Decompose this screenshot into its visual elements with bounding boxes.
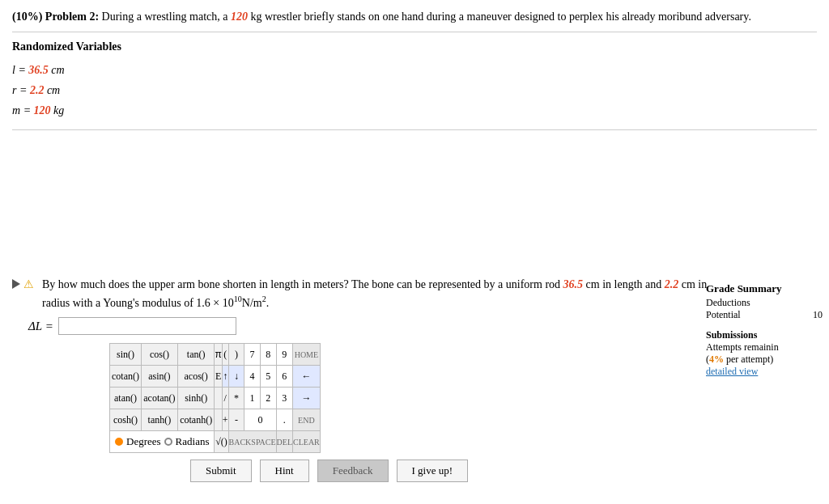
- close-paren-button[interactable]: ): [229, 344, 244, 365]
- calc-cell-zero: 0: [244, 409, 276, 431]
- calc-cell-cosh: cosh(): [110, 409, 142, 431]
- eight-button[interactable]: 8: [261, 344, 276, 365]
- sqrt-button[interactable]: √(): [215, 431, 227, 452]
- asin-button[interactable]: asin(): [142, 366, 177, 387]
- problem-number: Problem 2:: [45, 11, 99, 23]
- slash-button[interactable]: /: [223, 388, 228, 409]
- calc-cell-back-arrow: ←: [293, 366, 321, 388]
- calc-cell-tanh: tanh(): [141, 409, 177, 431]
- zero-button[interactable]: 0: [244, 409, 275, 430]
- calc-cell-sin: sin(): [110, 344, 142, 366]
- calc-cell-right-arrow: →: [293, 388, 321, 409]
- tanh-button[interactable]: tanh(): [142, 409, 177, 430]
- minus-button[interactable]: -: [229, 409, 244, 430]
- calc-row-5: Degrees Radians √() BACKSPACE DE: [110, 431, 321, 453]
- problem-header: (10%) Problem 2: During a wrestling matc…: [12, 8, 817, 32]
- action-buttons: Submit Hint Feedback I give up!: [190, 460, 817, 482]
- calc-cell-acotan: acotan(): [141, 388, 177, 409]
- calc-cell-backspace: BACKSPACE: [228, 431, 276, 453]
- give-up-button[interactable]: I give up!: [397, 460, 469, 482]
- back-arrow-button[interactable]: ←: [293, 366, 320, 387]
- four-button[interactable]: 4: [244, 366, 260, 387]
- right-arrow-button[interactable]: →: [293, 388, 320, 409]
- calc-row-1: sin() cos() tan() π ( ) 7 8 9 HOME: [110, 344, 321, 366]
- three-button[interactable]: 3: [277, 388, 292, 409]
- end-button[interactable]: END: [293, 409, 320, 430]
- problem-description: During a wrestling match, a: [102, 11, 231, 23]
- acos-button[interactable]: acos(): [178, 366, 215, 387]
- clear-button[interactable]: CLEAR: [293, 431, 320, 452]
- empty2-button[interactable]: [215, 409, 221, 430]
- grade-summary-title: Grade Summary: [706, 282, 823, 295]
- deductions-row: Deductions: [706, 297, 823, 309]
- hint-button[interactable]: Hint: [260, 460, 309, 482]
- six-button[interactable]: 6: [277, 366, 292, 387]
- atan-button[interactable]: atan(): [110, 388, 141, 409]
- calc-cell-plus: +: [222, 409, 228, 431]
- submit-button[interactable]: Submit: [190, 460, 252, 482]
- problem-weight: (10%): [12, 11, 42, 23]
- var-m-unit: kg: [51, 104, 65, 116]
- calc-cell-sqrt: √(): [215, 431, 228, 453]
- calc-cell-8: 8: [260, 344, 276, 366]
- nine-button[interactable]: 9: [277, 344, 292, 365]
- open-paren-button[interactable]: (: [223, 344, 228, 365]
- del-button[interactable]: DEL: [277, 431, 292, 452]
- calculator-container: sin() cos() tan() π ( ) 7 8 9 HOME cotan…: [109, 343, 530, 453]
- feedback-button[interactable]: Feedback: [317, 460, 389, 482]
- pi-button[interactable]: π: [215, 344, 221, 365]
- detailed-view-link[interactable]: detailed view: [706, 366, 758, 377]
- dot-button[interactable]: .: [277, 409, 292, 430]
- backspace-button[interactable]: BACKSPACE: [229, 431, 276, 452]
- degrees-radio[interactable]: [115, 438, 123, 446]
- radians-radio[interactable]: [164, 438, 172, 446]
- degrees-label: Degrees: [126, 435, 161, 448]
- deduction-pct: 4%: [709, 354, 724, 365]
- calc-cell-pi: π: [215, 344, 222, 366]
- one-button[interactable]: 1: [244, 388, 260, 409]
- five-button[interactable]: 5: [261, 366, 276, 387]
- calc-cell-9: 9: [276, 344, 292, 366]
- calc-cell-4: 4: [244, 366, 261, 388]
- calc-cell-home: HOME: [293, 344, 321, 366]
- cotan-button[interactable]: cotan(): [110, 366, 141, 387]
- q-l-val: 36.5: [563, 278, 584, 290]
- calc-cell-acos: acos(): [177, 366, 215, 388]
- potential-row: Potential 10: [706, 309, 823, 321]
- acotan-button[interactable]: acotan(): [142, 388, 177, 409]
- calc-cell-sinh: sinh(): [177, 388, 215, 409]
- seven-button[interactable]: 7: [244, 344, 260, 365]
- empty1-button[interactable]: [215, 388, 221, 409]
- var-m-val: 120: [34, 104, 51, 116]
- two-button[interactable]: 2: [261, 388, 276, 409]
- grade-summary: Grade Summary Deductions Potential 10 Su…: [699, 279, 829, 381]
- home-button[interactable]: HOME: [293, 344, 320, 365]
- calc-cell-del: DEL: [276, 431, 292, 453]
- calc-cell-atan: atan(): [110, 388, 142, 409]
- calc-row-3: atan() acotan() sinh() / * 1 2 3 →: [110, 388, 321, 409]
- plus-button[interactable]: +: [223, 409, 228, 430]
- cosh-button[interactable]: cosh(): [110, 409, 141, 430]
- star-button[interactable]: *: [229, 388, 244, 409]
- submissions-title: Submissions: [706, 329, 823, 341]
- calc-cell-down: ↓: [228, 366, 244, 388]
- cotanh-button[interactable]: cotanh(): [178, 409, 215, 430]
- question-row: ⚠ By how much does the upper arm bone sh…: [12, 276, 817, 311]
- calculator-table: sin() cos() tan() π ( ) 7 8 9 HOME cotan…: [109, 343, 321, 453]
- tan-button[interactable]: tan(): [178, 344, 215, 365]
- calc-cell-deg-rad: Degrees Radians: [110, 431, 215, 453]
- answer-input[interactable]: [58, 317, 236, 335]
- cos-button[interactable]: cos(): [142, 344, 177, 365]
- var-l-line: l = 36.5 cm: [12, 60, 817, 80]
- sinh-button[interactable]: sinh(): [178, 388, 215, 409]
- calc-cell-2: 2: [260, 388, 276, 409]
- sin-button[interactable]: sin(): [110, 344, 141, 365]
- calc-cell-tan: tan(): [177, 344, 215, 366]
- degrees-radians-row: Degrees Radians: [110, 433, 214, 451]
- down-button[interactable]: ↓: [229, 366, 244, 387]
- calc-cell-empty1: [215, 388, 222, 409]
- up-button[interactable]: ↑: [223, 366, 228, 387]
- calc-cell-e: E: [215, 366, 222, 388]
- e-button[interactable]: E: [215, 366, 221, 387]
- warning-icon: ⚠: [23, 277, 34, 291]
